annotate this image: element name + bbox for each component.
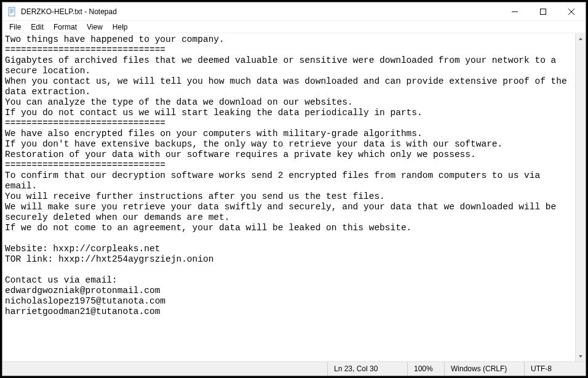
menu-format[interactable]: Format bbox=[49, 22, 81, 32]
maximize-button[interactable] bbox=[529, 2, 557, 20]
scroll-up-button[interactable] bbox=[576, 33, 586, 44]
text-content[interactable]: Two things have happened to your company… bbox=[2, 33, 575, 361]
scroll-track[interactable] bbox=[576, 44, 586, 351]
menu-file[interactable]: File bbox=[5, 22, 25, 32]
notepad-window: DERZKO-HELP.txt - Notepad File Edit Form… bbox=[2, 2, 586, 376]
menu-view[interactable]: View bbox=[82, 22, 107, 32]
statusbar: Ln 23, Col 30 100% Windows (CRLF) UTF-8 bbox=[2, 361, 586, 376]
window-title: DERZKO-HELP.txt - Notepad bbox=[21, 7, 501, 16]
window-controls bbox=[501, 2, 586, 20]
status-position: Ln 23, Col 30 bbox=[327, 362, 407, 376]
minimize-button[interactable] bbox=[501, 2, 529, 20]
titlebar: DERZKO-HELP.txt - Notepad bbox=[2, 2, 586, 21]
menu-edit[interactable]: Edit bbox=[26, 22, 48, 32]
close-button[interactable] bbox=[557, 2, 586, 20]
scroll-down-button[interactable] bbox=[576, 351, 586, 361]
notepad-icon bbox=[7, 7, 17, 17]
content-area: Two things have happened to your company… bbox=[2, 33, 586, 361]
status-line-ending: Windows (CRLF) bbox=[444, 362, 524, 376]
svg-rect-6 bbox=[541, 9, 546, 14]
status-encoding: UTF-8 bbox=[524, 362, 586, 376]
status-zoom: 100% bbox=[407, 362, 444, 376]
vertical-scrollbar[interactable] bbox=[575, 33, 586, 361]
menubar: File Edit Format View Help bbox=[2, 21, 586, 33]
menu-help[interactable]: Help bbox=[108, 22, 132, 32]
